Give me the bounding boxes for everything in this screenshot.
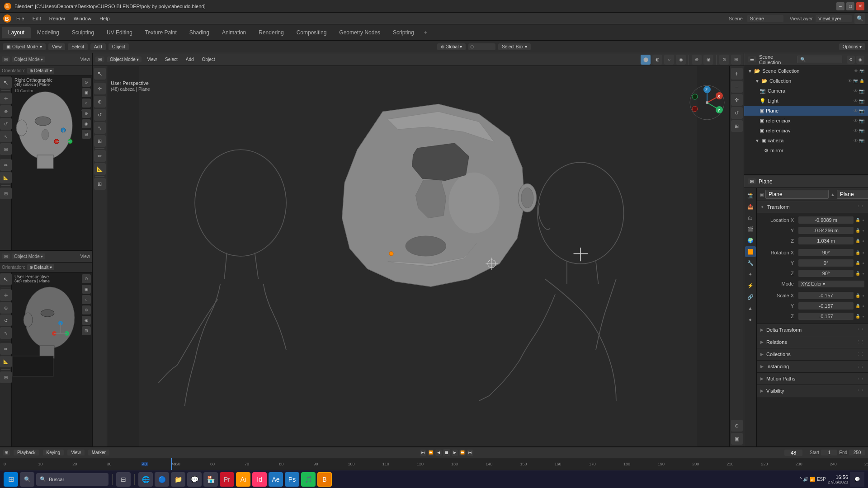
menu-edit[interactable]: Edit <box>29 15 45 22</box>
motion-paths-header[interactable]: ▶ Motion Paths ⋮⋮ <box>757 373 868 385</box>
rotation-x-anim[interactable]: ● <box>862 251 864 255</box>
measure-tool[interactable]: 📐 <box>0 172 12 183</box>
viewport-shading-1[interactable]: ⬤ <box>641 55 651 65</box>
xray-toggle[interactable]: ◉ <box>703 55 713 65</box>
tab-uv-editing[interactable]: UV Editing <box>100 27 139 38</box>
tab-sculpting[interactable]: Sculpting <box>66 27 100 38</box>
clock-display[interactable]: 16:56 27/06/2023 <box>828 474 848 484</box>
vp2-xray-icon[interactable]: ◉ <box>82 316 91 325</box>
main-transform-tool[interactable]: ⊞ <box>94 135 106 147</box>
location-x-anim[interactable]: ● <box>862 218 864 222</box>
viewport-small-1[interactable]: ⋯ ⋯ ↖ ✛ ⊕ ↺ ⤡ ⊞ ✏ 📐 ⊞ Right Orthographic… <box>0 76 92 251</box>
location-y-anim[interactable]: ● <box>862 229 864 233</box>
tab-layout[interactable]: Layout <box>2 27 31 38</box>
view-timeline-button[interactable]: View <box>67 450 85 455</box>
maximize-button[interactable]: □ <box>846 2 854 10</box>
viewlayer-selector[interactable]: ViewLayer <box>816 15 852 22</box>
outliner-item-light[interactable]: 💡 Light 👁📷 <box>744 96 868 106</box>
main-add-menu[interactable]: Add <box>183 56 197 62</box>
main-mode[interactable]: Object Mode ▾ <box>107 56 142 62</box>
location-x-lock[interactable]: 🔒 <box>855 218 860 222</box>
particles-props-icon[interactable]: ✦ <box>745 269 756 280</box>
viewport-shading-3[interactable]: ○ <box>664 55 674 65</box>
object-name-input[interactable] <box>765 190 829 199</box>
rotation-z-anim[interactable]: ● <box>862 272 864 276</box>
start-frame-input[interactable] <box>821 450 837 455</box>
main-select-tool[interactable]: ↖ <box>94 68 106 80</box>
collections-options[interactable]: ⋮⋮ <box>856 352 864 357</box>
render-props-icon[interactable]: 📸 <box>745 190 756 201</box>
vp1-overlay-icon[interactable]: ⊕ <box>82 109 91 118</box>
editor-type-selector[interactable]: ▣ Object Mode ▾ <box>3 43 46 50</box>
main-move-tool[interactable]: ⊕ <box>94 96 106 108</box>
tab-rendering[interactable]: Rendering <box>252 27 290 38</box>
end-frame-input[interactable] <box>849 450 865 455</box>
vp2-overlay-icon[interactable]: ⊕ <box>82 305 91 314</box>
vp1-zoom-gizmo[interactable]: ⊙ <box>82 78 91 87</box>
main-view-menu[interactable]: View <box>144 56 160 62</box>
main-object-menu[interactable]: Object <box>199 56 218 62</box>
tab-geometry-nodes[interactable]: Geometry Nodes <box>333 27 387 38</box>
overlay-toggle[interactable]: ⊕ <box>692 55 702 65</box>
location-z-input[interactable] <box>798 237 854 244</box>
rotation-x-input[interactable] <box>798 249 854 256</box>
transform-header[interactable]: ▼ Transform ⋮⋮ <box>757 201 868 213</box>
outliner-search[interactable] <box>797 56 842 63</box>
object-menu[interactable]: Object <box>108 43 129 50</box>
taskbar-store[interactable]: 🏪 <box>203 472 218 487</box>
tab-shading[interactable]: Shading <box>183 27 216 38</box>
timeline-editor-type[interactable]: ⊞ <box>3 450 10 455</box>
outliner-item-plane[interactable]: ▣ Plane 👁📷 <box>744 106 868 116</box>
vp1-xray-icon[interactable]: ◉ <box>82 119 91 128</box>
vp1-orientation[interactable]: ⊕ Default ▾ <box>27 68 54 74</box>
taskbar-aftereffects[interactable]: Ae <box>269 472 283 487</box>
playback-button[interactable]: Playback <box>14 450 39 455</box>
vp2-mode[interactable]: Object Mode ▾ <box>12 253 45 259</box>
taskbar-blender[interactable]: B <box>317 472 332 487</box>
vp1-shade-icon[interactable]: ○ <box>82 99 91 108</box>
location-y-lock[interactable]: 🔒 <box>855 228 860 233</box>
main-measure-tool[interactable]: 📐 <box>94 163 106 175</box>
right-zoom-out[interactable]: − <box>731 81 743 93</box>
taskbar-illustrator[interactable]: Ai <box>236 472 250 487</box>
taskbar-chrome[interactable]: 🔵 <box>155 472 169 487</box>
props-editor-type[interactable]: ⊞ <box>748 178 756 184</box>
minimize-button[interactable]: – <box>836 2 844 10</box>
select-tool[interactable]: ↖ <box>0 77 12 89</box>
tab-compositing[interactable]: Compositing <box>290 27 333 38</box>
constraint-props-icon[interactable]: 🔗 <box>745 291 756 302</box>
main-add-tool[interactable]: ⊞ <box>94 178 106 190</box>
vp2-orientation[interactable]: ⊕ Default ▾ <box>27 264 54 270</box>
blender-icon[interactable]: B <box>3 14 12 23</box>
taskview-button[interactable]: ⊟ <box>116 472 131 487</box>
viewlayer-props-icon[interactable]: 🗂 <box>745 212 756 223</box>
right-zoom-in[interactable]: + <box>731 68 743 80</box>
vp2-zoom-gizmo[interactable]: ⊙ <box>82 274 91 283</box>
taskbar-premiere[interactable]: Pr <box>220 472 234 487</box>
outliner-item-camera[interactable]: 📷 Camera 👁📷 <box>744 86 868 96</box>
rotation-z-lock[interactable]: 🔒 <box>855 271 860 276</box>
prev-keyframe-button[interactable]: ⏪ <box>428 450 434 456</box>
search-button[interactable]: 🔍 <box>854 13 865 24</box>
rotate-tool[interactable]: ↺ <box>0 118 12 130</box>
main-select-menu[interactable]: Select <box>162 56 180 62</box>
scale-x-anim[interactable]: ● <box>862 294 864 298</box>
timeline-body[interactable]: 0 10 20 30 40 48 50 60 70 80 90 100 110 … <box>0 458 868 470</box>
vp2-cursor-tool[interactable]: ✛ <box>0 289 12 301</box>
scene-props-icon[interactable]: 🎬 <box>745 224 756 235</box>
scale-y-anim[interactable]: ● <box>862 304 864 308</box>
search-taskbar[interactable]: 🔍 <box>20 472 34 487</box>
outliner-item-scene-collection[interactable]: ▼ 📂 Scene Collection 👁📷 <box>744 66 868 76</box>
right-pan[interactable]: ✜ <box>731 94 743 106</box>
scale-z-lock[interactable]: 🔒 <box>855 314 860 319</box>
vp2-measure-tool[interactable]: 📐 <box>0 356 12 367</box>
rotation-z-input[interactable] <box>798 270 854 277</box>
physics-props-icon[interactable]: ⚡ <box>745 280 756 291</box>
rotation-y-lock[interactable]: 🔒 <box>855 261 860 265</box>
vp2-view-icon[interactable]: ▣ <box>82 285 91 294</box>
right-frame[interactable]: ⊞ <box>731 120 743 132</box>
play-button[interactable]: ▶ <box>452 450 458 456</box>
main-scale-tool[interactable]: ⤡ <box>94 122 106 134</box>
instancing-header[interactable]: ▶ Instancing ⋮⋮ <box>757 361 868 372</box>
select-menu[interactable]: Select <box>68 43 88 50</box>
